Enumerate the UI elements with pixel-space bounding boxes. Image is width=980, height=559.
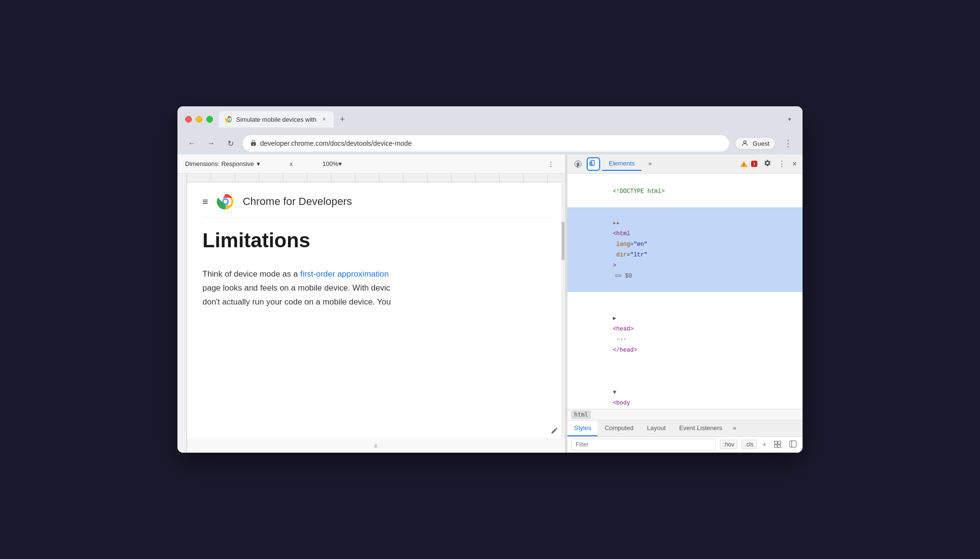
- svg-point-3: [744, 141, 746, 143]
- svg-point-6: [224, 200, 227, 203]
- site-header: ≡ Chrome for Developers: [202, 192, 553, 217]
- inspect-icon: [574, 160, 582, 168]
- width-input[interactable]: 517: [267, 160, 286, 167]
- doctype-text: <!DOCTYPE html>: [613, 188, 665, 195]
- hov-filter-button[interactable]: :hov: [720, 440, 738, 449]
- tab-elements[interactable]: Elements: [602, 157, 641, 171]
- svg-rect-14: [778, 441, 781, 444]
- dimensions-label: Dimensions: Responsive ▾: [185, 160, 260, 167]
- tab-layout[interactable]: Layout: [640, 420, 672, 436]
- close-button[interactable]: [185, 116, 192, 123]
- dom-line-html[interactable]: ▸▸ <html lang="en" dir="ltr" > == $0: [567, 207, 803, 292]
- styles-panel-tabs: Styles Computed Layout Event Listeners »: [567, 420, 803, 437]
- paragraph1-text: Think of device mode as a: [202, 269, 300, 279]
- page-scrollbar[interactable]: [561, 183, 565, 438]
- guest-button[interactable]: Guest: [735, 137, 776, 150]
- settings-icon: [764, 159, 771, 167]
- minimize-button[interactable]: [196, 116, 202, 123]
- edit-button[interactable]: [550, 426, 559, 435]
- reload-button[interactable]: ↻: [224, 137, 237, 150]
- title-bar: Simulate mobile devices with × + ▾: [177, 106, 803, 132]
- dom-breadcrumb: html: [567, 409, 803, 420]
- address-bar[interactable]: developer.chrome.com/docs/devtools/devic…: [243, 135, 729, 152]
- styles-filter-row: :hov .cls +: [567, 437, 803, 453]
- dom-line-head[interactable]: ▶ <head> ··· </head>: [567, 292, 803, 366]
- url-text: developer.chrome.com/docs/devtools/devic…: [260, 140, 721, 147]
- toggle-sidebar-button[interactable]: [787, 439, 799, 450]
- page-text-3: don't actually run your code on a mobile…: [202, 295, 553, 309]
- dollar-zero: == $0: [615, 273, 632, 280]
- browser-tab[interactable]: Simulate mobile devices with ×: [219, 111, 334, 127]
- ruler-vertical: [177, 174, 187, 453]
- page-text-2: page looks and feels on a mobile device.…: [202, 281, 553, 295]
- styles-tabs-more[interactable]: »: [729, 420, 740, 436]
- forward-button[interactable]: →: [204, 137, 218, 150]
- site-info-icon: [251, 140, 256, 148]
- svg-text:!: !: [743, 163, 744, 167]
- element-state-icon: [774, 440, 781, 448]
- add-style-rule-button[interactable]: +: [761, 440, 768, 449]
- viewport-area: ≡ Chrome for Developers Limit: [177, 174, 565, 453]
- dom-line-doctype: <!DOCTYPE html>: [567, 176, 803, 207]
- nav-bar: ← → ↻ developer.chrome.com/docs/devtools…: [177, 132, 803, 154]
- chrome-for-developers-logo: [216, 192, 235, 211]
- console-badges: ! !: [740, 160, 758, 167]
- devtools-close-button[interactable]: ×: [791, 158, 799, 170]
- tab-close-button[interactable]: ×: [320, 115, 328, 123]
- dom-line-body1[interactable]: ▼ <body class="tenant--chrome color-sche…: [567, 366, 803, 409]
- height-input[interactable]: 295: [296, 160, 315, 167]
- svg-point-9: [592, 165, 593, 165]
- new-tab-button[interactable]: +: [336, 113, 349, 126]
- paragraph3-text: don't actually run your code on a mobile…: [202, 297, 391, 306]
- tab-dropdown-button[interactable]: ▾: [784, 114, 795, 125]
- page-viewport: ≡ Chrome for Developers Limit: [187, 182, 565, 438]
- breadcrumb-html[interactable]: html: [571, 410, 591, 419]
- devtools-settings-button[interactable]: [762, 157, 773, 171]
- device-toolbar-more-button[interactable]: ⋮: [544, 157, 557, 171]
- svg-rect-17: [790, 441, 796, 447]
- zoom-selector[interactable]: 100%▾: [322, 160, 341, 167]
- first-order-link[interactable]: first-order approximation: [300, 269, 389, 279]
- warning-badge: !: [740, 161, 748, 167]
- element-state-button[interactable]: [772, 439, 783, 450]
- hamburger-menu-icon[interactable]: ≡: [202, 196, 208, 207]
- paragraph2-text: page looks and feels on a mobile device.…: [202, 283, 390, 292]
- devtools-toolbar: Elements » ! !: [567, 154, 803, 174]
- main-area: Dimensions: Responsive ▾ 517 x 295 100%▾…: [177, 154, 803, 453]
- page-heading: Limitations: [202, 229, 553, 252]
- cls-filter-button[interactable]: .cls: [741, 440, 757, 449]
- bottom-handle-icon: ≡: [374, 443, 378, 449]
- traffic-lights: [185, 116, 213, 123]
- dom-tree-area: <!DOCTYPE html> ▸▸ <html lang="en" dir="…: [567, 174, 803, 453]
- tab-computed[interactable]: Computed: [598, 420, 640, 436]
- svg-point-2: [227, 118, 229, 120]
- devtools-more-button[interactable]: ⋮: [775, 157, 789, 170]
- tab-event-listeners[interactable]: Event Listeners: [672, 420, 729, 436]
- guest-label: Guest: [753, 140, 769, 147]
- browser-more-button[interactable]: ⋮: [781, 137, 795, 150]
- tab-styles[interactable]: Styles: [567, 420, 598, 436]
- svg-rect-13: [774, 441, 777, 444]
- device-mode-button[interactable]: [587, 157, 600, 171]
- svg-text:!: !: [754, 162, 755, 166]
- tab-more[interactable]: »: [641, 157, 658, 171]
- inspect-element-button[interactable]: [571, 157, 585, 171]
- dom-tree[interactable]: <!DOCTYPE html> ▸▸ <html lang="en" dir="…: [567, 174, 803, 409]
- svg-rect-16: [778, 445, 781, 447]
- error-badge: !: [751, 160, 758, 167]
- device-mode-icon: [589, 160, 598, 168]
- maximize-button[interactable]: [206, 116, 213, 123]
- back-button[interactable]: ←: [185, 137, 199, 150]
- browser-window: Simulate mobile devices with × + ▾ ← → ↻…: [177, 106, 803, 453]
- page-area: Dimensions: Responsive ▾ 517 x 295 100%▾…: [177, 154, 565, 453]
- edit-icon: [551, 427, 558, 434]
- warning-icon: !: [740, 161, 748, 167]
- styles-panel: Styles Computed Layout Event Listeners »…: [567, 420, 803, 453]
- tab-title: Simulate mobile devices with: [236, 116, 316, 123]
- tab-favicon-icon: [225, 115, 232, 123]
- styles-filter-input[interactable]: [571, 439, 716, 450]
- guest-icon: [741, 140, 749, 147]
- device-toolbar: Dimensions: Responsive ▾ 517 x 295 100%▾…: [177, 154, 565, 174]
- devtools-panel: Elements » ! !: [567, 154, 803, 453]
- dimensions-dropdown-icon[interactable]: ▾: [257, 160, 260, 167]
